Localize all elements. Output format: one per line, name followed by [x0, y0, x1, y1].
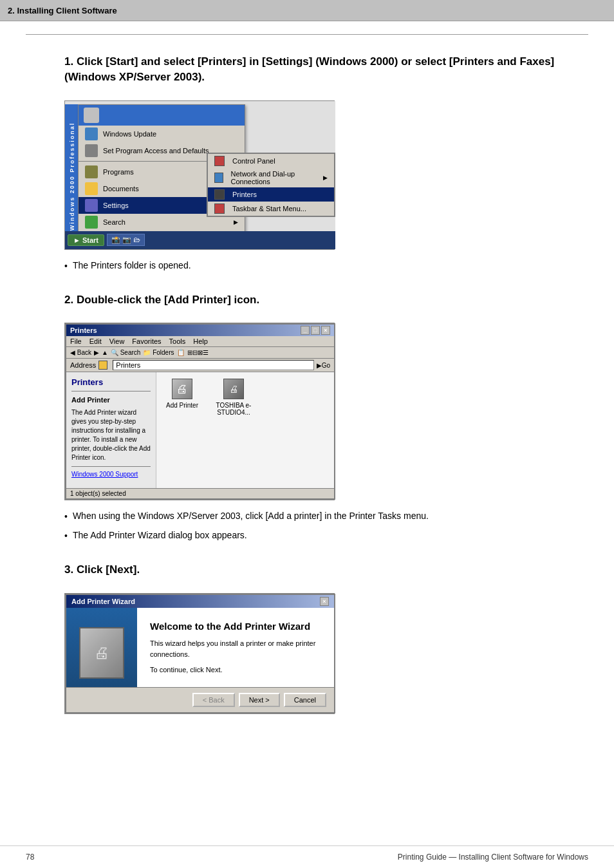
step-3: 3. Click [Next]. Add Printer Wizard × 🖨 …: [64, 562, 575, 722]
settings-submenu: Control Panel Network and Dial-up Connec…: [207, 153, 335, 217]
close-button[interactable]: ×: [321, 326, 330, 335]
toolbar-folders[interactable]: 📁 Folders: [143, 349, 174, 356]
menu-item-windows-update[interactable]: Windows Update: [79, 126, 245, 142]
cancel-button[interactable]: Cancel: [284, 693, 326, 707]
step-1-bullet-text: The Printers folder is opened.: [73, 259, 191, 273]
menu-help[interactable]: Help: [193, 337, 208, 345]
printers-window: Printers _ □ × File Edit View Favorites …: [65, 323, 335, 500]
search-icon: [85, 216, 98, 229]
wizard-window: Add Printer Wizard × 🖨 Welcome to the Ad…: [65, 594, 335, 713]
wizard-close-btn[interactable]: ×: [320, 597, 329, 606]
step-2-heading: 2. Double-click the [Add Printer] icon.: [64, 292, 575, 308]
add-printer-label: Add Printer: [166, 402, 198, 409]
section-title: 2. Installing Client Software: [8, 6, 117, 15]
step-3-number: 3.: [64, 563, 73, 576]
settings-icon: [85, 199, 98, 212]
windows-2000-support-link[interactable]: Windows 2000 Support: [71, 471, 138, 478]
toshiba-printer-icon: 🖨: [223, 379, 244, 399]
step-3-screenshot: Add Printer Wizard × 🖨 Welcome to the Ad…: [64, 593, 335, 714]
wizard-left-panel: 🖨: [66, 608, 137, 687]
menu-tools[interactable]: Tools: [169, 337, 186, 345]
docs-icon: [85, 182, 98, 195]
go-button[interactable]: ▶Go: [317, 362, 330, 369]
top-divider: [26, 34, 588, 35]
printers-statusbar: 1 object(s) selected: [66, 488, 334, 498]
step-2-text: Double-click the [Add Printer] icon.: [77, 294, 259, 306]
step-1-text: Click [Start] and select [Printers] in […: [64, 55, 554, 83]
printers-addressbar: Address Printers ▶Go: [66, 359, 334, 372]
footer-caption: Printing Guide — Installing Client Softw…: [307, 853, 588, 862]
step-2-screenshot: Printers _ □ × File Edit View Favorites …: [64, 323, 335, 500]
titlebar-buttons: _ □ ×: [301, 326, 330, 335]
step-1-heading: 1. Click [Start] and select [Printers] i…: [64, 54, 575, 85]
step-1: 1. Click [Start] and select [Printers] i…: [64, 54, 575, 273]
address-field[interactable]: Printers: [113, 360, 313, 370]
step-1-number: 1.: [64, 55, 73, 68]
minimize-button[interactable]: _: [301, 326, 310, 335]
submenu-control-panel[interactable]: Control Panel: [208, 154, 334, 168]
add-printer-description: The Add Printer wizard gives you step-by…: [71, 408, 151, 462]
taskbar-item-1[interactable]: 📸 📷 🗁: [107, 234, 145, 246]
wizard-titlebar: Add Printer Wizard ×: [66, 595, 334, 608]
win-taskbar: ► Start 📸 📷 🗁: [65, 231, 335, 249]
programs-icon: [85, 165, 98, 178]
address-value: Printers: [116, 361, 140, 369]
step-2-bullet-2-text: The Add Printer Wizard dialog box appear…: [73, 529, 247, 543]
network-icon: [214, 173, 223, 183]
win-start-menu-screenshot: Windows 2000 Professional Windows Update…: [65, 101, 335, 249]
win-side-label: Windows 2000 Professional: [65, 104, 79, 249]
toolbar-up[interactable]: ▲: [102, 349, 108, 356]
status-text: 1 object(s) selected: [70, 490, 126, 497]
address-folder-icon: [98, 361, 107, 370]
toolbar-search[interactable]: 🔍 Search: [111, 349, 140, 356]
wizard-description-2: To continue, click Next.: [150, 665, 321, 675]
step-2: 2. Double-click the [Add Printer] icon. …: [64, 292, 575, 543]
next-button[interactable]: Next >: [239, 693, 280, 707]
wizard-right-panel: Welcome to the Add Printer Wizard This w…: [137, 608, 334, 687]
menu-favorites[interactable]: Favorites: [132, 337, 161, 345]
printers-body: Printers Add Printer The Add Printer wiz…: [66, 372, 334, 488]
start-label: ► Start: [73, 236, 98, 244]
wizard-title: Add Printer Wizard: [71, 598, 135, 605]
submenu-taskbar[interactable]: Taskbar & Start Menu...: [208, 202, 334, 216]
wizard-heading: Welcome to the Add Printer Wizard: [150, 621, 321, 632]
submenu-printers[interactable]: Printers: [208, 187, 334, 202]
printers-toolbar: ◀ Back ▶ ▲ 🔍 Search 📁 Folders 📋 ⊞⊟⊠☰: [66, 347, 334, 359]
step-3-heading: 3. Click [Next].: [64, 562, 575, 578]
step-2-number: 2.: [64, 294, 73, 306]
wizard-buttons: < Back Next > Cancel: [66, 687, 334, 712]
printers-window-title: Printers: [70, 326, 97, 334]
printers-icons-area: 🖨 Add Printer 🖨 TOSHIBA e-STUDIO4...: [156, 372, 334, 488]
wizard-description-1: This wizard helps you install a printer …: [150, 638, 321, 659]
toolbar-back[interactable]: ◀ Back: [70, 349, 91, 356]
submenu-network[interactable]: Network and Dial-up Connections: [208, 168, 334, 187]
menu-view[interactable]: View: [109, 337, 125, 345]
printer-icon: [214, 189, 225, 200]
add-printer-icon-item[interactable]: 🖨 Add Printer: [163, 379, 201, 409]
page-number: 78: [26, 853, 307, 862]
toshiba-icon-item[interactable]: 🖨 TOSHIBA e-STUDIO4...: [214, 379, 253, 416]
taskbar-icon: [214, 203, 225, 214]
step-1-screenshot: Windows 2000 Professional Windows Update…: [64, 100, 335, 250]
step-2-bullet-2: The Add Printer Wizard dialog box appear…: [64, 529, 575, 543]
toolbar-forward[interactable]: ▶: [94, 349, 99, 356]
printers-titlebar: Printers _ □ ×: [66, 325, 334, 336]
start-button[interactable]: ► Start: [68, 234, 104, 246]
control-panel-icon: [214, 156, 225, 166]
wizard-titlebar-btns: ×: [320, 597, 329, 606]
menu-edit[interactable]: Edit: [89, 337, 102, 345]
wizard-printer-image: 🖨: [79, 627, 124, 679]
maximize-button[interactable]: □: [311, 326, 320, 335]
printers-left-panel: Printers Add Printer The Add Printer wiz…: [66, 372, 156, 488]
header-bar: 2. Installing Client Software: [0, 0, 614, 21]
step-1-bullet: The Printers folder is opened.: [64, 259, 575, 273]
menu-file[interactable]: File: [70, 337, 82, 345]
add-printer-panel-title: Add Printer: [71, 395, 151, 405]
step-2-bullet-1-text: When using the Windows XP/Server 2003, c…: [73, 509, 429, 524]
toolbar-history[interactable]: 📋: [177, 349, 185, 356]
address-label: Address: [70, 361, 96, 369]
back-button[interactable]: < Back: [192, 693, 235, 707]
step-3-text: Click [Next].: [77, 563, 140, 576]
user-icon: [84, 108, 99, 123]
step-2-bullet-1: When using the Windows XP/Server 2003, c…: [64, 509, 575, 524]
